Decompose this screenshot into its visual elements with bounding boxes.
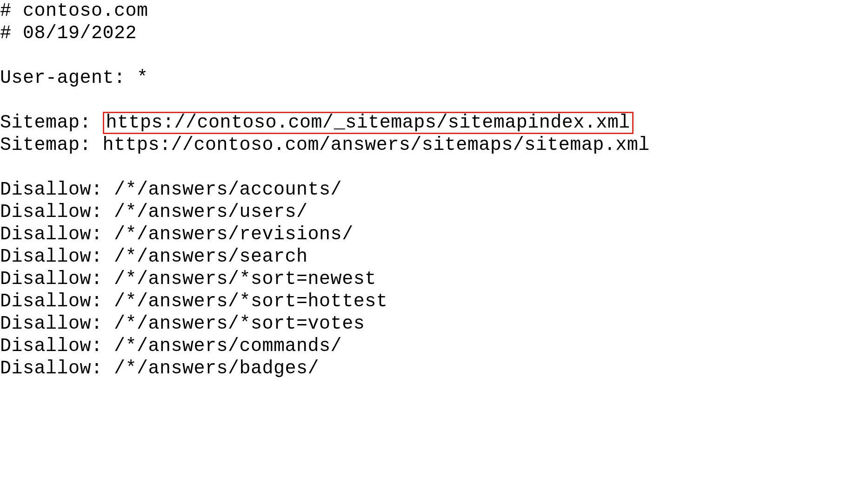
blank-line: [0, 45, 868, 67]
disallow-path: /*/answers/users/: [114, 202, 308, 223]
comment-line-site: # contoso.com: [0, 0, 868, 22]
disallow-label: Disallow:: [0, 336, 114, 357]
disallow-path: /*/answers/*sort=hottest: [114, 291, 387, 312]
disallow-line: Disallow: /*/answers/badges/: [0, 358, 868, 380]
disallow-label: Disallow:: [0, 224, 114, 245]
sitemap-url-highlighted: https://contoso.com/_sitemaps/sitemapind…: [103, 112, 634, 134]
sitemap-label: Sitemap:: [0, 112, 103, 133]
disallow-path: /*/answers/*sort=votes: [114, 313, 365, 334]
disallow-path: /*/answers/accounts/: [114, 179, 342, 200]
disallow-label: Disallow:: [0, 246, 114, 267]
sitemap-label: Sitemap:: [0, 135, 103, 155]
blank-line: [0, 89, 868, 112]
sitemap-url: https://contoso.com/answers/sitemaps/sit…: [103, 135, 650, 155]
disallow-label: Disallow:: [0, 179, 114, 200]
disallow-label: Disallow:: [0, 313, 114, 334]
disallow-line: Disallow: /*/answers/commands/: [0, 335, 868, 358]
disallow-label: Disallow:: [0, 291, 114, 312]
user-agent-line: User-agent: *: [0, 67, 868, 89]
sitemap-line-2: Sitemap: https://contoso.com/answers/sit…: [0, 134, 868, 156]
sitemap-line-1: Sitemap: https://contoso.com/_sitemaps/s…: [0, 112, 868, 134]
disallow-line: Disallow: /*/answers/revisions/: [0, 223, 868, 246]
blank-line: [0, 156, 868, 179]
comment-line-date: # 08/19/2022: [0, 22, 868, 45]
disallow-label: Disallow:: [0, 358, 114, 379]
disallow-line: Disallow: /*/answers/users/: [0, 201, 868, 223]
disallow-line: Disallow: /*/answers/accounts/: [0, 179, 868, 201]
user-agent-value: *: [137, 68, 148, 88]
disallow-path: /*/answers/revisions/: [114, 224, 354, 245]
disallow-line: Disallow: /*/answers/*sort=newest: [0, 268, 868, 291]
disallow-label: Disallow:: [0, 202, 114, 223]
disallow-label: Disallow:: [0, 269, 114, 290]
disallow-line: Disallow: /*/answers/*sort=votes: [0, 313, 868, 335]
disallow-line: Disallow: /*/answers/*sort=hottest: [0, 291, 868, 313]
disallow-line: Disallow: /*/answers/search: [0, 246, 868, 268]
disallow-path: /*/answers/commands/: [114, 336, 342, 357]
user-agent-label: User-agent:: [0, 68, 137, 88]
disallow-path: /*/answers/badges/: [114, 358, 319, 379]
disallow-path: /*/answers/*sort=newest: [114, 269, 376, 290]
disallow-path: /*/answers/search: [114, 246, 308, 267]
